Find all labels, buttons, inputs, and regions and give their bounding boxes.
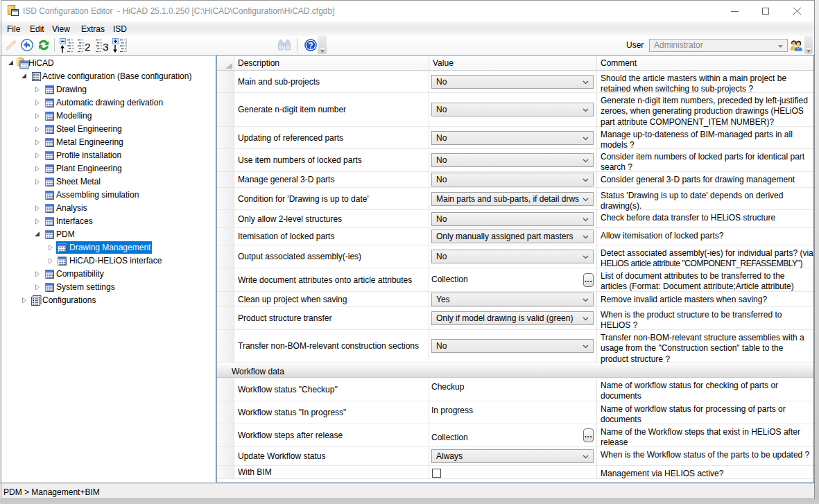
svg-text:3: 3	[103, 41, 109, 53]
svg-text:2: 2	[85, 41, 91, 53]
svg-text:?: ?	[308, 41, 313, 51]
